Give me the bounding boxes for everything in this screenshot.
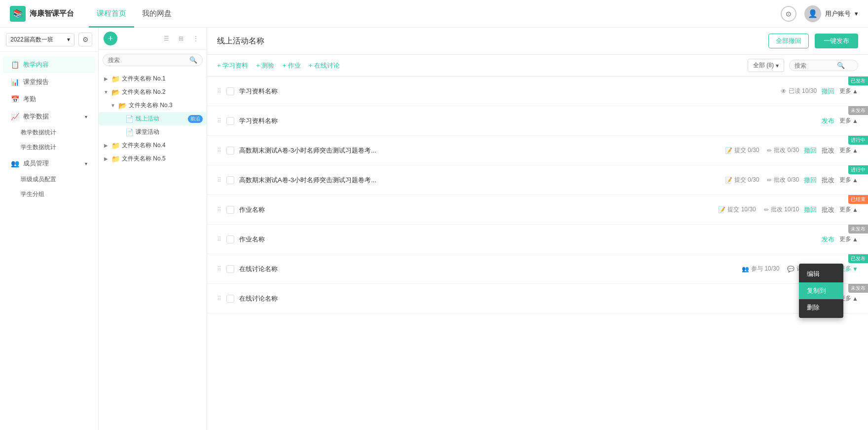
content-search-input[interactable] <box>795 62 834 69</box>
sidebar-item-attendance[interactable]: 📅 考勤 <box>3 91 95 108</box>
dropdown-item-edit[interactable]: 编辑 <box>799 266 843 282</box>
item-checkbox[interactable] <box>226 206 234 214</box>
tree-item-online-activity[interactable]: 📄 线上活动 前沿 <box>99 112 207 125</box>
item-checkbox[interactable] <box>226 265 234 273</box>
drag-handle-icon[interactable]: ⠿ <box>217 88 221 95</box>
grade-icon: ✏ <box>764 206 769 213</box>
publish-button[interactable]: 发布 <box>822 235 834 244</box>
list-item: ⠿ 学习资料名称 👁 已读 10/30 撤回 更多 ▲ 已发布 <box>207 77 868 106</box>
sidebar-item-teaching-stats[interactable]: 教学数据统计 <box>3 125 95 140</box>
item-actions: 撤回 批改 更多 ▲ <box>804 146 858 155</box>
more-arrow-icon: ▲ <box>852 117 858 124</box>
filter-label: 全部 (8) <box>753 61 774 70</box>
context-dropdown-menu: 编辑 复制到 删除 <box>799 264 843 318</box>
item-arrow-icon <box>116 116 123 122</box>
more-button[interactable]: 更多 ▲ <box>839 87 858 95</box>
sidebar-item-member-management[interactable]: 👥 成员管理 ▾ <box>3 155 95 172</box>
sidebar-item-class-report[interactable]: 📊 课堂报告 <box>3 74 95 90</box>
drag-handle-icon[interactable]: ⠿ <box>217 295 221 302</box>
recall-button[interactable]: 撤回 <box>822 87 834 96</box>
dropdown-item-delete[interactable]: 删除 <box>799 299 843 316</box>
more-options-icon[interactable]: ⋮ <box>190 33 202 44</box>
header: 📚 海康智课平台 课程首页 我的网盘 ⊙ 👤 用户账号 ▾ <box>0 0 868 28</box>
recall-button[interactable]: 撤回 <box>804 176 817 185</box>
filter-select[interactable]: 全部 (8) ▾ <box>748 59 784 72</box>
status-badge: 未发布 <box>848 106 868 115</box>
grade-button[interactable]: 批改 <box>822 205 834 214</box>
view-grid-icon[interactable]: ⊞ <box>175 33 187 44</box>
more-button[interactable]: 更多 ▲ <box>839 176 858 184</box>
logo-area[interactable]: 📚 海康智课平台 <box>10 6 74 22</box>
add-quiz-button[interactable]: + 测验 <box>256 61 274 70</box>
publish-all-button[interactable]: 一键发布 <box>815 34 858 48</box>
more-button[interactable]: 更多 ▲ <box>839 146 858 155</box>
dropdown-item-copy[interactable]: 复制到 <box>799 282 843 299</box>
nav-tab-disk[interactable]: 我的网盘 <box>134 0 180 28</box>
more-button[interactable]: 更多 ▲ <box>839 117 858 125</box>
item-checkbox[interactable] <box>226 147 234 155</box>
more-arrow-icon: ▲ <box>852 177 858 184</box>
comment-icon: 💬 <box>787 266 795 273</box>
publish-button[interactable]: 发布 <box>822 117 834 125</box>
item-checkbox[interactable] <box>226 235 234 243</box>
add-resource-button[interactable]: + 学习资料 <box>217 61 248 70</box>
grade-button[interactable]: 批改 <box>822 146 834 155</box>
drag-handle-icon[interactable]: ⠿ <box>217 177 221 184</box>
recall-all-button[interactable]: 全部撤回 <box>768 34 809 48</box>
file-search-input[interactable] <box>108 57 186 64</box>
sidebar-item-label: 教学内容 <box>23 60 49 69</box>
more-button[interactable]: 更多 ▲ <box>839 235 858 243</box>
user-area[interactable]: 👤 用户账号 ▾ <box>804 5 858 22</box>
filter-arrow-icon: ▾ <box>776 62 779 69</box>
tree-folder-5[interactable]: ▶ 📁 文件夹名称 No.5 <box>99 152 207 165</box>
activity-badge: 前沿 <box>188 115 203 123</box>
view-list-icon[interactable]: ☰ <box>160 33 172 44</box>
attendance-icon: 📅 <box>11 95 19 103</box>
add-homework-button[interactable]: + 作业 <box>282 61 300 70</box>
list-item: ⠿ 作业名称 📝 提交 10/30 ✏ 批改 10/10 撤回 批改 <box>207 195 868 225</box>
tree-item-classroom-activity[interactable]: 📄 课堂活动 <box>99 125 207 139</box>
drag-handle-icon[interactable]: ⠿ <box>217 236 221 243</box>
item-checkbox[interactable] <box>226 295 234 303</box>
folder-name: 文件夹名称 No.4 <box>122 141 203 150</box>
grade-icon: ✏ <box>767 147 772 154</box>
tree-folder-1[interactable]: ▶ 📁 文件夹名称 No.1 <box>99 72 207 85</box>
tree-folder-2[interactable]: ▼ 📂 文件夹名称 No.2 <box>99 85 207 99</box>
sidebar-item-student-groups[interactable]: 学生分组 <box>3 187 95 201</box>
sidebar-item-teaching-data[interactable]: 📈 教学数据 ▾ <box>3 108 95 125</box>
nav-tab-home[interactable]: 课程首页 <box>89 0 134 28</box>
item-checkbox[interactable] <box>226 117 234 125</box>
class-select[interactable]: 2022届高数一班 ▾ <box>6 33 74 46</box>
drag-handle-icon[interactable]: ⠿ <box>217 206 221 213</box>
drag-handle-icon[interactable]: ⠿ <box>217 147 221 154</box>
teaching-data-icon: 📈 <box>11 113 19 120</box>
folder-arrow-icon: ▶ <box>103 76 109 82</box>
sidebar-item-class-config[interactable]: 班级成员配置 <box>3 172 95 187</box>
item-actions: 撤回 更多 ▲ <box>822 87 858 96</box>
sidebar-item-teaching-content[interactable]: 📋 教学内容 <box>3 56 95 73</box>
content-header-actions: 全部撤回 一键发布 <box>768 34 858 48</box>
activity-icon: 📄 <box>125 128 134 136</box>
grade-button[interactable]: 批改 <box>822 176 834 185</box>
more-arrow-icon: ▲ <box>852 295 858 302</box>
item-meta: 📝 提交 0/30 ✏ 批改 0/30 <box>725 146 799 155</box>
add-discussion-button[interactable]: + 在线讨论 <box>309 61 340 70</box>
meta-submit: 📝 提交 0/30 <box>725 146 760 155</box>
tree-folder-3[interactable]: ▼ 📂 文件夹名称 No.3 <box>99 99 207 112</box>
drag-handle-icon[interactable]: ⠿ <box>217 117 221 124</box>
item-arrow-icon <box>116 129 123 136</box>
meta-participate: 👥 参与 10/30 <box>742 265 779 273</box>
sidebar-item-student-stats[interactable]: 学生数据统计 <box>3 140 95 155</box>
recall-button[interactable]: 撤回 <box>804 205 817 214</box>
more-arrow-icon: ▼ <box>852 266 858 273</box>
add-folder-button[interactable]: + <box>104 32 117 45</box>
tree-folder-4[interactable]: ▶ 📁 文件夹名称 No.4 <box>99 139 207 152</box>
camera-icon[interactable]: ⊙ <box>781 6 796 22</box>
more-button[interactable]: 更多 ▲ <box>839 205 858 214</box>
recall-button[interactable]: 撤回 <box>804 146 817 155</box>
drag-handle-icon[interactable]: ⠿ <box>217 266 221 273</box>
settings-button[interactable]: ⚙ <box>78 33 92 46</box>
expand-arrow-icon: ▾ <box>85 161 87 166</box>
item-checkbox[interactable] <box>226 176 234 184</box>
item-checkbox[interactable] <box>226 87 234 95</box>
